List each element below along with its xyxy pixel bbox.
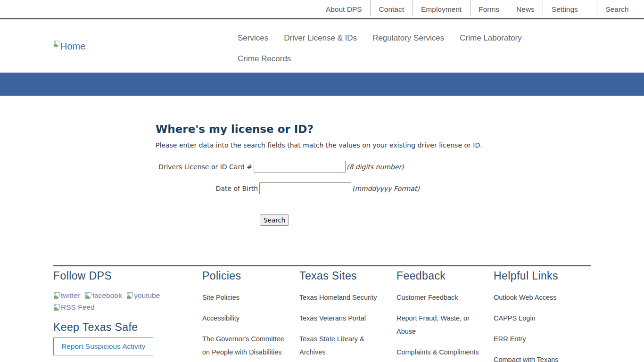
license-number-label: Drivers License or ID Card # [156,163,252,171]
topnav-news[interactable]: News [508,5,543,14]
date-of-birth-label: Date of Birth [156,185,258,192]
nav-crime-records[interactable]: Crime Records [238,49,291,69]
outlook-web-access-link[interactable]: Outlook Web Access [494,291,580,304]
license-number-row: Drivers License or ID Card # (8 digits n… [156,161,644,173]
footer: Follow DPS twitter facebook youtube RSS … [0,265,644,362]
feedback-heading: Feedback [396,270,494,281]
nav-services[interactable]: Services [238,28,268,49]
page-title-band [0,73,644,96]
search-button[interactable]: Search [260,214,289,226]
youtube-link-label: youtube [134,290,160,301]
follow-dps-heading: Follow DPS [53,270,202,281]
nav-crime-laboratory[interactable]: Crime Laboratory [460,28,521,49]
social-links: twitter facebook youtube RSS Feed [53,290,169,314]
twitter-link-label: twitter [61,290,80,301]
footer-texas-sites-column: Texas Sites Texas Homeland Security Texa… [299,270,396,362]
topnav-about-dps[interactable]: About DPS [317,5,370,14]
accessibility-link[interactable]: Accessibility [202,312,289,325]
twitter-link[interactable]: twitter [53,290,80,301]
broken-image-icon [53,292,61,299]
rss-feed-link[interactable]: RSS Feed [53,302,95,313]
license-number-input[interactable] [254,161,346,173]
main-content: Where's my license or ID? Please enter d… [0,96,644,226]
site-header: Home Services Driver License & IDs Regul… [0,19,644,73]
broken-image-icon [53,304,61,311]
capps-login-link[interactable]: CAPPS Login [494,312,580,325]
policies-heading: Policies [202,270,299,281]
nav-regulatory-services[interactable]: Regulatory Services [372,28,444,49]
utility-nav: About DPS Contact Employment Forms News … [317,0,637,18]
broken-image-icon [85,292,92,299]
date-of-birth-hint: (mmddyyyy Format) [352,185,420,192]
topnav-settings[interactable]: Settings [543,5,597,14]
footer-helpful-links-column: Helpful Links Outlook Web Access CAPPS L… [494,270,591,362]
main-nav: Services Driver License & IDs Regulatory… [238,28,568,69]
rss-feed-link-label: RSS Feed [61,302,95,313]
report-suspicious-activity-button[interactable]: Report Suspicious Activity [53,337,153,355]
site-policies-link[interactable]: Site Policies [202,291,289,304]
customer-feedback-link[interactable]: Customer Feedback [396,291,483,304]
footer-follow-column: Follow DPS twitter facebook youtube RSS … [53,270,202,362]
instructions-text: Please enter data into the search fields… [156,141,644,149]
complaints-compliments-link[interactable]: Complaints & Compliments [396,346,483,359]
texas-sites-heading: Texas Sites [299,270,396,281]
broken-image-icon [53,40,60,48]
compact-with-texans-link[interactable]: Compact with Texans [494,353,580,362]
date-of-birth-row: Date of Birth (mmddyyyy Format) [156,182,644,194]
err-entry-link[interactable]: ERR Entry [494,332,580,346]
nav-driver-license-ids[interactable]: Driver License & IDs [284,28,357,49]
home-link[interactable]: Home [53,40,85,52]
topnav-forms[interactable]: Forms [471,5,508,14]
home-link-label: Home [60,41,85,52]
footer-policies-column: Policies Site Policies Accessibility The… [202,270,299,362]
keep-texas-safe-heading: Keep Texas Safe [53,321,202,333]
report-fraud-link[interactable]: Report Fraud, Waste, or Abuse [396,312,483,338]
topnav-search[interactable]: Search [597,5,637,14]
topnav-contact[interactable]: Contact [371,5,412,14]
page-title: Where's my license or ID? [156,123,644,136]
broken-image-icon [126,292,134,299]
footer-feedback-column: Feedback Customer Feedback Report Fraud,… [396,270,494,362]
facebook-link[interactable]: facebook [85,290,122,301]
governors-committee-link[interactable]: The Governor's Committee on People with … [202,332,289,359]
facebook-link-label: facebook [92,290,122,301]
youtube-link[interactable]: youtube [126,290,160,301]
texas-state-library-link[interactable]: Texas State Library & Archives [299,332,386,359]
texas-homeland-security-link[interactable]: Texas Homeland Security [299,291,386,304]
texas-veterans-portal-link[interactable]: Texas Veterans Portal [299,312,386,325]
date-of-birth-input[interactable] [259,182,351,194]
license-number-hint: (8 digits number) [347,163,404,171]
topnav-employment[interactable]: Employment [413,5,470,14]
helpful-links-heading: Helpful Links [494,270,591,281]
utility-bar: About DPS Contact Employment Forms News … [0,0,644,19]
